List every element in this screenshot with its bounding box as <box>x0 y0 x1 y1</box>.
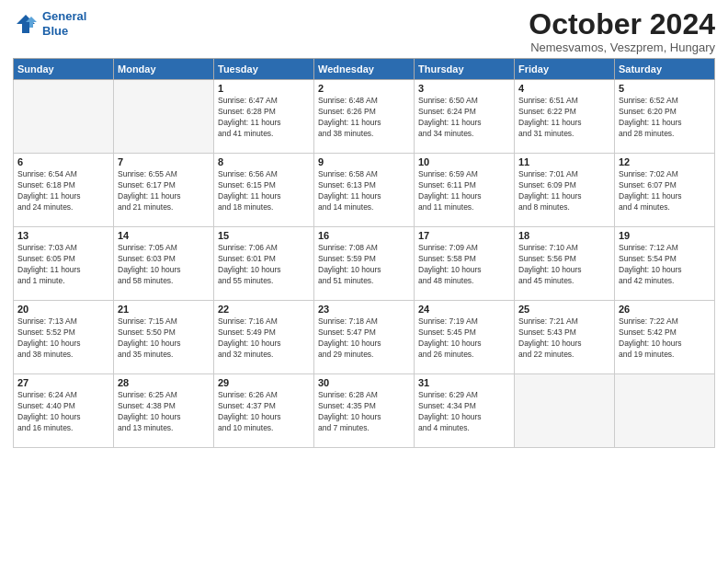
day-detail: Sunrise: 6:55 AM Sunset: 6:17 PM Dayligh… <box>118 169 210 213</box>
day-detail: Sunrise: 7:13 AM Sunset: 5:52 PM Dayligh… <box>17 316 109 361</box>
header: General Blue October 2024 Nemesvamos, Ve… <box>13 9 715 54</box>
day-detail: Sunrise: 7:05 AM Sunset: 6:03 PM Dayligh… <box>118 243 210 287</box>
day-number: 22 <box>218 304 310 315</box>
day-number: 1 <box>218 83 310 94</box>
day-detail: Sunrise: 6:50 AM Sunset: 6:24 PM Dayligh… <box>418 96 510 140</box>
weekday-header: Thursday <box>415 59 515 80</box>
logo-text: General Blue <box>42 9 86 38</box>
calendar-week-row: 1Sunrise: 6:47 AM Sunset: 6:28 PM Daylig… <box>14 80 715 154</box>
day-number: 31 <box>418 377 510 388</box>
day-detail: Sunrise: 6:48 AM Sunset: 6:26 PM Dayligh… <box>318 96 410 140</box>
day-number: 4 <box>518 83 610 94</box>
calendar-cell: 2Sunrise: 6:48 AM Sunset: 6:26 PM Daylig… <box>314 80 415 154</box>
weekday-header: Monday <box>114 59 214 80</box>
day-detail: Sunrise: 6:52 AM Sunset: 6:20 PM Dayligh… <box>619 96 711 140</box>
day-detail: Sunrise: 7:06 AM Sunset: 6:01 PM Dayligh… <box>218 243 310 287</box>
day-detail: Sunrise: 6:54 AM Sunset: 6:18 PM Dayligh… <box>17 169 109 213</box>
weekday-header: Tuesday <box>214 59 314 80</box>
calendar-cell: 14Sunrise: 7:05 AM Sunset: 6:03 PM Dayli… <box>114 227 214 301</box>
day-detail: Sunrise: 6:58 AM Sunset: 6:13 PM Dayligh… <box>318 169 410 213</box>
day-detail: Sunrise: 7:10 AM Sunset: 5:56 PM Dayligh… <box>518 243 610 287</box>
day-number: 15 <box>218 230 310 241</box>
calendar-cell: 4Sunrise: 6:51 AM Sunset: 6:22 PM Daylig… <box>515 80 615 154</box>
calendar-cell: 22Sunrise: 7:16 AM Sunset: 5:49 PM Dayli… <box>214 301 314 374</box>
calendar-cell: 18Sunrise: 7:10 AM Sunset: 5:56 PM Dayli… <box>515 227 615 301</box>
calendar-cell <box>14 80 114 154</box>
calendar-cell: 16Sunrise: 7:08 AM Sunset: 5:59 PM Dayli… <box>314 227 415 301</box>
calendar-cell: 13Sunrise: 7:03 AM Sunset: 6:05 PM Dayli… <box>14 227 114 301</box>
day-number: 27 <box>17 377 109 388</box>
day-detail: Sunrise: 7:02 AM Sunset: 6:07 PM Dayligh… <box>619 169 711 213</box>
weekday-header: Wednesday <box>314 59 415 80</box>
calendar-cell: 24Sunrise: 7:19 AM Sunset: 5:45 PM Dayli… <box>415 301 515 374</box>
day-detail: Sunrise: 6:47 AM Sunset: 6:28 PM Dayligh… <box>218 96 310 140</box>
day-number: 16 <box>318 230 410 241</box>
day-detail: Sunrise: 6:59 AM Sunset: 6:11 PM Dayligh… <box>418 169 510 213</box>
calendar-cell: 25Sunrise: 7:21 AM Sunset: 5:43 PM Dayli… <box>515 301 615 374</box>
day-number: 7 <box>118 156 210 167</box>
day-number: 13 <box>17 230 109 241</box>
day-number: 11 <box>518 156 610 167</box>
day-number: 8 <box>218 156 310 167</box>
calendar-cell: 27Sunrise: 6:24 AM Sunset: 4:40 PM Dayli… <box>14 374 114 448</box>
calendar-cell: 3Sunrise: 6:50 AM Sunset: 6:24 PM Daylig… <box>415 80 515 154</box>
calendar-cell: 30Sunrise: 6:28 AM Sunset: 4:35 PM Dayli… <box>314 374 415 448</box>
day-number: 2 <box>318 83 410 94</box>
calendar-cell: 21Sunrise: 7:15 AM Sunset: 5:50 PM Dayli… <box>114 301 214 374</box>
day-detail: Sunrise: 6:25 AM Sunset: 4:38 PM Dayligh… <box>118 390 210 434</box>
day-number: 12 <box>619 156 711 167</box>
calendar-cell: 19Sunrise: 7:12 AM Sunset: 5:54 PM Dayli… <box>615 227 715 301</box>
day-number: 29 <box>218 377 310 388</box>
day-number: 21 <box>118 304 210 315</box>
day-detail: Sunrise: 6:24 AM Sunset: 4:40 PM Dayligh… <box>17 390 109 434</box>
calendar-week-row: 6Sunrise: 6:54 AM Sunset: 6:18 PM Daylig… <box>14 154 715 227</box>
day-detail: Sunrise: 7:21 AM Sunset: 5:43 PM Dayligh… <box>518 316 610 361</box>
calendar-week-row: 13Sunrise: 7:03 AM Sunset: 6:05 PM Dayli… <box>14 227 715 301</box>
calendar-cell: 28Sunrise: 6:25 AM Sunset: 4:38 PM Dayli… <box>114 374 214 448</box>
location-subtitle: Nemesvamos, Veszprem, Hungary <box>529 40 715 54</box>
day-detail: Sunrise: 7:18 AM Sunset: 5:47 PM Dayligh… <box>318 316 410 361</box>
calendar-cell: 23Sunrise: 7:18 AM Sunset: 5:47 PM Dayli… <box>314 301 415 374</box>
day-number: 3 <box>418 83 510 94</box>
day-detail: Sunrise: 7:08 AM Sunset: 5:59 PM Dayligh… <box>318 243 410 287</box>
logo-blue: Blue <box>42 24 68 38</box>
day-detail: Sunrise: 7:01 AM Sunset: 6:09 PM Dayligh… <box>518 169 610 213</box>
day-detail: Sunrise: 6:51 AM Sunset: 6:22 PM Dayligh… <box>518 96 610 140</box>
calendar-cell <box>615 374 715 448</box>
day-detail: Sunrise: 7:16 AM Sunset: 5:49 PM Dayligh… <box>218 316 310 361</box>
calendar-table: SundayMondayTuesdayWednesdayThursdayFrid… <box>13 58 715 448</box>
calendar-cell: 17Sunrise: 7:09 AM Sunset: 5:58 PM Dayli… <box>415 227 515 301</box>
weekday-header: Sunday <box>14 59 114 80</box>
day-number: 19 <box>619 230 711 241</box>
day-detail: Sunrise: 7:22 AM Sunset: 5:42 PM Dayligh… <box>619 316 711 361</box>
day-number: 18 <box>518 230 610 241</box>
calendar-week-row: 20Sunrise: 7:13 AM Sunset: 5:52 PM Dayli… <box>14 301 715 374</box>
day-detail: Sunrise: 7:09 AM Sunset: 5:58 PM Dayligh… <box>418 243 510 287</box>
calendar-cell: 20Sunrise: 7:13 AM Sunset: 5:52 PM Dayli… <box>14 301 114 374</box>
calendar-cell: 1Sunrise: 6:47 AM Sunset: 6:28 PM Daylig… <box>214 80 314 154</box>
title-block: October 2024 Nemesvamos, Veszprem, Hunga… <box>529 9 715 54</box>
calendar-cell: 29Sunrise: 6:26 AM Sunset: 4:37 PM Dayli… <box>214 374 314 448</box>
logo-icon <box>13 11 39 37</box>
calendar-cell: 8Sunrise: 6:56 AM Sunset: 6:15 PM Daylig… <box>214 154 314 227</box>
day-number: 28 <box>118 377 210 388</box>
logo: General Blue <box>13 9 86 38</box>
day-detail: Sunrise: 7:12 AM Sunset: 5:54 PM Dayligh… <box>619 243 711 287</box>
day-detail: Sunrise: 7:03 AM Sunset: 6:05 PM Dayligh… <box>17 243 109 287</box>
day-number: 20 <box>17 304 109 315</box>
day-number: 6 <box>17 156 109 167</box>
day-detail: Sunrise: 6:56 AM Sunset: 6:15 PM Dayligh… <box>218 169 310 213</box>
calendar-cell: 11Sunrise: 7:01 AM Sunset: 6:09 PM Dayli… <box>515 154 615 227</box>
day-detail: Sunrise: 7:15 AM Sunset: 5:50 PM Dayligh… <box>118 316 210 361</box>
calendar-cell: 7Sunrise: 6:55 AM Sunset: 6:17 PM Daylig… <box>114 154 214 227</box>
calendar-cell: 9Sunrise: 6:58 AM Sunset: 6:13 PM Daylig… <box>314 154 415 227</box>
calendar-cell: 6Sunrise: 6:54 AM Sunset: 6:18 PM Daylig… <box>14 154 114 227</box>
calendar-header-row: SundayMondayTuesdayWednesdayThursdayFrid… <box>14 59 715 80</box>
calendar-cell <box>114 80 214 154</box>
day-detail: Sunrise: 6:29 AM Sunset: 4:34 PM Dayligh… <box>418 390 510 434</box>
day-number: 30 <box>318 377 410 388</box>
day-number: 25 <box>518 304 610 315</box>
calendar-cell <box>515 374 615 448</box>
day-number: 23 <box>318 304 410 315</box>
day-number: 10 <box>418 156 510 167</box>
